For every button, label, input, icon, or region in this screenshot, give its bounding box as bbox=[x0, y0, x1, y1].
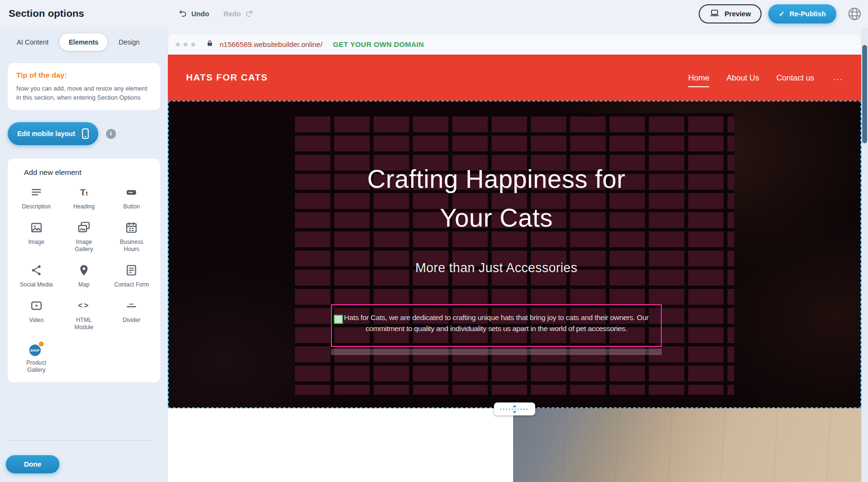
element-label: Description bbox=[22, 203, 51, 210]
element-label: HTML Module bbox=[66, 317, 102, 331]
element-heading[interactable]: Tt Heading bbox=[60, 184, 107, 210]
redo-button[interactable]: Redo bbox=[223, 9, 254, 19]
image-gallery-icon bbox=[77, 220, 91, 235]
element-label: Business Hours bbox=[114, 239, 149, 253]
element-button[interactable]: Button bbox=[108, 184, 155, 210]
element-label: Map bbox=[78, 281, 89, 288]
element-label: Image bbox=[28, 239, 44, 246]
site-preview: HATS FOR CATS Home About Us Contact us .… bbox=[168, 55, 861, 482]
phone-icon bbox=[82, 128, 89, 139]
element-html-module[interactable]: <> HTML Module bbox=[60, 298, 107, 331]
info-icon: i bbox=[110, 130, 111, 137]
button-icon bbox=[125, 184, 138, 200]
social-media-icon bbox=[30, 263, 43, 278]
site-url[interactable]: n1566589.websitebuilder.online/ bbox=[220, 40, 322, 48]
browser-chrome-bar: n1566589.websitebuilder.online/ GET YOUR… bbox=[168, 34, 861, 55]
tip-of-the-day-card: Tip of the day: Now you can add, move an… bbox=[8, 63, 160, 110]
preview-button[interactable]: Preview bbox=[699, 4, 762, 23]
element-map[interactable]: Map bbox=[60, 263, 107, 288]
page-title: Section options bbox=[9, 8, 84, 19]
video-icon bbox=[30, 298, 43, 313]
element-label: Heading bbox=[73, 203, 95, 210]
preview-label: Preview bbox=[725, 10, 751, 18]
republish-button[interactable]: ✓ Re-Publish bbox=[768, 4, 836, 23]
done-button[interactable]: Done bbox=[6, 455, 59, 473]
hero-highlight-bar bbox=[331, 349, 662, 355]
panel-divider bbox=[6, 440, 152, 441]
element-business-hours[interactable]: Business Hours bbox=[108, 220, 155, 253]
language-globe-button[interactable] bbox=[847, 6, 862, 22]
tab-ai-content[interactable]: AI Content bbox=[8, 34, 58, 51]
resize-arrows-icon bbox=[499, 405, 530, 413]
element-label: Image Gallery bbox=[66, 239, 102, 253]
divider-icon bbox=[125, 298, 138, 313]
hero-subheading[interactable]: More than Just Accessories bbox=[168, 261, 825, 275]
image-icon bbox=[30, 220, 43, 235]
window-dot bbox=[191, 43, 195, 46]
nav-home[interactable]: Home bbox=[688, 73, 709, 87]
element-label: Divider bbox=[123, 317, 141, 324]
hero-paragraph[interactable]: Hats for Cats, we are dedicated to craft… bbox=[335, 312, 658, 334]
scrollbar-track[interactable] bbox=[861, 28, 868, 482]
lock-icon bbox=[206, 39, 214, 49]
panel-tabs: AI Content Elements Design bbox=[8, 34, 160, 51]
element-contact-form[interactable]: Contact Form bbox=[108, 263, 155, 288]
get-your-own-domain-link[interactable]: GET YOUR OWN DOMAIN bbox=[333, 40, 424, 48]
undo-icon bbox=[178, 9, 188, 19]
add-element-card: Add new element Description Tt Heading B… bbox=[8, 159, 160, 382]
edit-mobile-layout-button[interactable]: Edit mobile layout bbox=[8, 122, 98, 145]
element-grid: Description Tt Heading Button Image bbox=[12, 184, 155, 374]
window-dot bbox=[176, 43, 180, 46]
element-divider[interactable]: Divider bbox=[108, 298, 155, 331]
element-product-gallery[interactable]: SHOP ↑ Product Gallery bbox=[12, 341, 60, 374]
topbar: Section options Undo Redo bbox=[0, 0, 868, 28]
product-gallery-icon: SHOP ↑ bbox=[28, 341, 45, 356]
element-label: Button bbox=[123, 203, 140, 210]
section-options-panel: AI Content Elements Design Tip of the da… bbox=[0, 28, 168, 482]
business-hours-icon bbox=[125, 220, 138, 235]
nav-more-button[interactable]: ... bbox=[833, 73, 843, 82]
undo-button[interactable]: Undo bbox=[178, 9, 209, 19]
section-resize-handle[interactable] bbox=[494, 402, 535, 415]
heading-icon: Tt bbox=[80, 184, 88, 200]
tab-design[interactable]: Design bbox=[109, 34, 149, 51]
mobile-layout-row: Edit mobile layout i bbox=[8, 122, 160, 145]
info-button[interactable]: i bbox=[106, 129, 116, 139]
element-resize-handle[interactable] bbox=[334, 315, 343, 324]
hero-heading[interactable]: Crafting Happiness for Your Cats bbox=[168, 160, 825, 237]
paragraph-selection-box: Hats for Cats, we are dedicated to craft… bbox=[331, 304, 662, 347]
element-image[interactable]: Image bbox=[12, 220, 60, 253]
tab-elements[interactable]: Elements bbox=[59, 34, 107, 51]
element-video[interactable]: Video bbox=[12, 298, 60, 331]
html-module-icon: <> bbox=[78, 298, 90, 313]
element-social-media[interactable]: Social Media bbox=[12, 263, 60, 288]
site-logo[interactable]: HATS FOR CATS bbox=[186, 72, 268, 83]
nav-about-us[interactable]: About Us bbox=[727, 73, 759, 82]
check-icon: ✓ bbox=[779, 10, 785, 18]
site-header: HATS FOR CATS Home About Us Contact us .… bbox=[168, 55, 861, 101]
element-image-gallery[interactable]: Image Gallery bbox=[60, 220, 107, 253]
contact-form-icon bbox=[125, 263, 138, 278]
element-description[interactable]: Description bbox=[12, 184, 60, 210]
element-label: Product Gallery bbox=[19, 359, 54, 374]
edit-mobile-layout-label: Edit mobile layout bbox=[17, 130, 75, 138]
redo-icon bbox=[245, 9, 254, 19]
scrollbar-thumb[interactable] bbox=[862, 45, 867, 143]
map-pin-icon bbox=[78, 263, 90, 278]
monitor-icon bbox=[709, 9, 720, 19]
hero-section[interactable]: Crafting Happiness for Your Cats More th… bbox=[168, 101, 861, 408]
nav-contact-us[interactable]: Contact us bbox=[776, 73, 814, 82]
pavement-photo[interactable] bbox=[513, 408, 861, 482]
element-label: Social Media bbox=[20, 281, 53, 288]
redo-label: Redo bbox=[223, 10, 241, 18]
element-label: Video bbox=[29, 317, 43, 324]
tip-body: Now you can add, move and resize any ele… bbox=[16, 84, 152, 102]
add-element-title: Add new element bbox=[24, 168, 155, 177]
element-label: Contact Form bbox=[114, 281, 149, 288]
hero-content: Crafting Happiness for Your Cats More th… bbox=[168, 101, 825, 408]
republish-label: Re-Publish bbox=[789, 10, 826, 18]
site-nav: Home About Us Contact us ... bbox=[688, 73, 843, 82]
next-section bbox=[168, 408, 861, 482]
undo-label: Undo bbox=[191, 10, 209, 18]
globe-icon bbox=[847, 15, 862, 23]
